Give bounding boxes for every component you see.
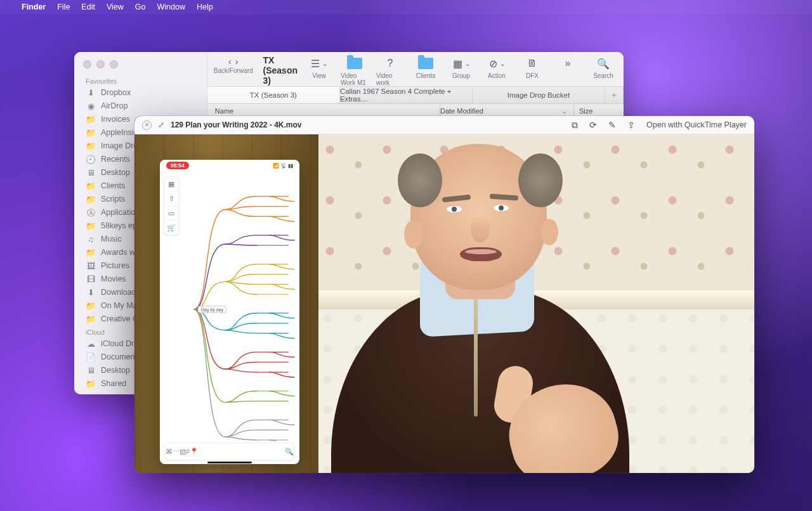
chevron-down-icon: ⌄: [322, 60, 327, 67]
nav-back-forward[interactable]: ‹ › Back/Forward: [214, 55, 253, 74]
clients-icon: 📁: [86, 181, 96, 191]
toolbar-label: Clients: [416, 72, 436, 79]
sidebar-item-dropbox[interactable]: ⬇︎Dropbox: [74, 86, 207, 100]
shared-icon: 📁: [86, 379, 96, 389]
chat-icon: ⋯: [173, 448, 180, 456]
folder-icon: [418, 58, 433, 69]
scripts-icon: 📁: [86, 195, 96, 204]
share-icon: ⇧: [164, 191, 178, 206]
icloud-drive-icon: ☁︎: [86, 339, 96, 349]
video-frame[interactable]: 08:54 📶 📡 ▮▮ ▦ ⇧ ▭ 🛒 Day by day ⌘: [134, 134, 754, 473]
invoices-icon: 📁: [86, 115, 96, 124]
presenter: [306, 157, 648, 473]
sidebar-item-label: AirDrop: [101, 101, 128, 111]
toolbar-more[interactable]: »: [554, 55, 582, 79]
phone-overlay: 08:54 📶 📡 ▮▮ ▦ ⇧ ▭ 🛒 Day by day ⌘: [160, 160, 299, 464]
chevron-left-icon[interactable]: ‹: [228, 56, 232, 67]
tab-0[interactable]: TX (Season 3): [207, 87, 340, 103]
zoom-icon[interactable]: [110, 60, 118, 68]
markup-icon[interactable]: ✎: [608, 120, 616, 130]
image-drop-bucket-icon: 📁: [86, 141, 96, 151]
menu-view[interactable]: View: [107, 3, 124, 11]
chevron-right-icon[interactable]: ›: [235, 56, 239, 67]
menu-edit[interactable]: Edit: [81, 3, 95, 11]
pictures-icon: 🖼: [86, 261, 96, 271]
status-icons: 📶 📡 ▮▮: [273, 163, 293, 169]
window-title: TX (Season 3): [263, 55, 298, 86]
finder-toolbar: ‹ › Back/Forward TX (Season 3) ☰⌄ View V…: [207, 52, 624, 87]
rotate-icon[interactable]: ⟳: [589, 120, 597, 130]
close-icon[interactable]: ✕: [142, 120, 152, 130]
tab-1[interactable]: Callan 1967 Season 4 Complete + Extras…: [340, 87, 473, 103]
toolbar-clients[interactable]: Clients: [412, 55, 440, 79]
quicklook-filename: 129 Plan your Writing 2022 - 4K.mov: [171, 120, 302, 129]
toolbar-action[interactable]: ⊘⌄ Action: [483, 55, 511, 79]
menubar[interactable]: Finder File Edit View Go Window Help: [0, 0, 812, 14]
documents-icon: 📄: [86, 353, 96, 362]
quicklook-content[interactable]: 08:54 📶 📡 ▮▮ ▦ ⇧ ▭ 🛒 Day by day ⌘: [134, 134, 754, 473]
menu-window[interactable]: Window: [157, 3, 185, 11]
toolbar-dfx[interactable]: 🗎 DFX: [518, 55, 546, 79]
toolbar-search[interactable]: 🔍 Search: [589, 55, 617, 79]
sidebar-item-airdrop[interactable]: ◉AirDrop: [74, 100, 207, 113]
sidebar-item-label: Desktop: [101, 366, 130, 375]
movies-icon: 🎞: [86, 275, 96, 284]
toolbar-video-work-m1[interactable]: Video Work M1: [341, 55, 369, 86]
doc-icon: ▭: [164, 206, 178, 221]
applications-icon: Ⓐ: [86, 208, 96, 217]
tab-2[interactable]: Image Drop Bucket: [473, 87, 605, 103]
window-traffic-lights[interactable]: [83, 60, 118, 68]
close-icon[interactable]: [83, 60, 91, 68]
toolbar-video-work[interactable]: ? Video work: [376, 55, 404, 86]
tab-label: Image Drop Bucket: [508, 91, 570, 99]
finder-tabbar[interactable]: TX (Season 3) Callan 1967 Season 4 Compl…: [207, 87, 624, 104]
58keys-icon: 📁: [86, 221, 96, 231]
toolbar-view[interactable]: ☰⌄ View: [305, 55, 333, 79]
sidebar-item-label: Movies: [101, 275, 126, 284]
sidebar-section-label: Favourites: [74, 75, 207, 86]
quicklook-titlebar[interactable]: ✕ ⤢ 129 Plan your Writing 2022 - 4K.mov …: [134, 116, 754, 134]
list-icon: ☰: [311, 58, 320, 70]
toolbar-group[interactable]: ▦⌄ Group: [447, 55, 475, 79]
toolbar-label: Video work: [376, 72, 404, 86]
creative-cloud-icon: 📁: [86, 314, 96, 324]
chevron-down-icon: ⌄: [561, 107, 567, 115]
desktop-icon: 🖥: [86, 168, 96, 178]
tab-label: TX (Season 3): [250, 91, 297, 99]
sidebar-item-label: Pictures: [101, 261, 129, 271]
mindmap-canvas: Day by day: [180, 178, 296, 441]
desktop-icloud-icon: 🖥: [86, 366, 96, 375]
expand-icon[interactable]: ⤢: [158, 120, 164, 129]
awards-icon: 📁: [86, 248, 96, 257]
doc-icon: 🗎: [527, 58, 537, 69]
tab-add[interactable]: ＋: [605, 87, 624, 103]
toolbar-label: DFX: [526, 72, 539, 79]
sidebar-item-label: Scripts: [101, 195, 125, 204]
image-icon: ▧: [180, 448, 186, 456]
share-icon[interactable]: ⇪: [627, 120, 635, 130]
active-app-name[interactable]: Finder: [22, 3, 46, 11]
chevron-down-icon: ⌄: [465, 60, 470, 67]
music-icon: ♫: [86, 235, 96, 244]
branch-icon: ⌘: [166, 448, 173, 456]
menu-help[interactable]: Help: [197, 3, 213, 11]
menu-file[interactable]: File: [57, 3, 70, 11]
sidebar-item-label: Music: [101, 235, 122, 244]
recording-pill: 08:54: [166, 162, 189, 169]
toolbar-view-label: View: [312, 72, 326, 79]
quicklook-window[interactable]: ✕ ⤢ 129 Plan your Writing 2022 - 4K.mov …: [134, 116, 754, 473]
chevron-down-icon: ⌄: [500, 60, 505, 67]
grid-icon: ▦: [164, 177, 178, 191]
pin-icon: 📍: [190, 448, 199, 456]
open-with-button[interactable]: Open with QuickTime Player: [646, 120, 747, 129]
toolbar-label: Video Work M1: [341, 72, 369, 86]
sidebar-item-label: Invoices: [101, 115, 130, 124]
recents-icon: 🕘: [86, 155, 96, 164]
menu-go[interactable]: Go: [135, 3, 146, 11]
search-icon: 🔍: [597, 58, 610, 70]
more-icon: »: [565, 58, 571, 69]
phone-bottom-toolbar: ⌘ ⋯ ▧ # 📍 🔍: [165, 443, 294, 460]
downloads-icon: ⬇︎: [86, 288, 96, 297]
pip-icon[interactable]: ⧉: [572, 120, 578, 131]
minimize-icon[interactable]: [96, 60, 105, 68]
